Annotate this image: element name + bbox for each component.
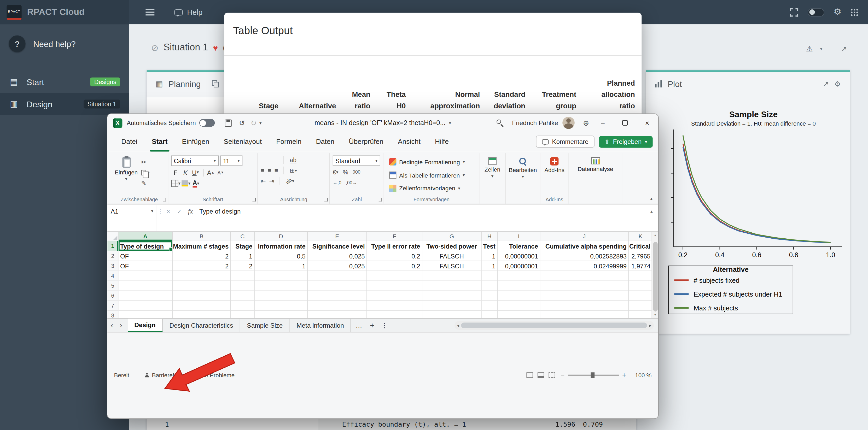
fill-color-button[interactable]: ▾	[182, 179, 190, 188]
cell-K7[interactable]	[629, 301, 653, 311]
align-center-button[interactable]: ≡	[268, 166, 271, 175]
cell-K8[interactable]	[629, 311, 653, 318]
autosave-toggle[interactable]	[199, 119, 214, 127]
cell-A5[interactable]	[119, 281, 173, 291]
window-maximize-button[interactable]	[614, 114, 636, 132]
plot-expand-icon[interactable]: ↗	[823, 79, 829, 88]
collapse-ribbon-button[interactable]: ▴	[650, 196, 653, 201]
cell-A8[interactable]	[119, 311, 173, 318]
dialog-launcher-icon[interactable]	[379, 198, 382, 202]
brand[interactable]: RPACT RPACT Cloud	[0, 0, 129, 24]
cell-K1[interactable]: Critical	[629, 241, 653, 251]
decrease-decimal-button[interactable]: ,00→	[346, 178, 357, 187]
ribbon-tab-seitenlayout[interactable]: Seitenlayout	[217, 132, 269, 152]
cell-I7[interactable]	[498, 301, 540, 311]
cell-C7[interactable]	[231, 301, 255, 311]
cell-F2[interactable]: 0,2	[367, 251, 423, 261]
column-header-F[interactable]: F	[367, 232, 423, 241]
cell-H4[interactable]	[482, 271, 498, 281]
cell-B5[interactable]	[173, 281, 231, 291]
cell-J1[interactable]: Cumulative alpha spending	[540, 241, 629, 251]
ribbon-tab-formeln[interactable]: Formeln	[269, 132, 309, 152]
cell-F7[interactable]	[367, 301, 423, 311]
row-header-3[interactable]: 3	[107, 261, 118, 271]
cell-J4[interactable]	[540, 271, 629, 281]
italic-button[interactable]: K	[181, 168, 190, 177]
cell-E5[interactable]	[308, 281, 367, 291]
cell-E8[interactable]	[308, 311, 367, 318]
plot-settings-icon[interactable]: ⚙	[835, 79, 841, 88]
share-button[interactable]: ⇧ Freigeben ▾	[599, 136, 653, 147]
copy-icon[interactable]	[212, 80, 219, 87]
cell-C6[interactable]	[231, 291, 255, 301]
ribbon-tab-datei[interactable]: Datei	[114, 132, 145, 152]
insert-function-icon[interactable]: fx	[185, 205, 196, 218]
vertical-scrollbar[interactable]: ▴ ▾	[651, 232, 658, 318]
column-header-I[interactable]: I	[498, 232, 540, 241]
cell-J6[interactable]	[540, 291, 629, 301]
cell-D1[interactable]: Information rate	[255, 241, 308, 251]
cell-J3[interactable]: 0,02499999	[540, 261, 629, 271]
cell-B8[interactable]	[173, 311, 231, 318]
cell-K5[interactable]	[629, 281, 653, 291]
sheet-tab-design[interactable]: Design	[128, 319, 163, 332]
copy-button[interactable]: ▾	[141, 169, 149, 176]
cell-C8[interactable]	[231, 311, 255, 318]
formula-bar-collapse-icon[interactable]: ▴	[645, 205, 658, 218]
document-title[interactable]: means - IN design 'OF' kMax=2 thetaH0=0.…	[314, 114, 451, 132]
cell-A4[interactable]	[119, 271, 173, 281]
zoom-slider[interactable]	[568, 375, 619, 376]
scroll-down-icon[interactable]: ▾	[654, 311, 656, 318]
row-header-7[interactable]: 7	[107, 301, 118, 311]
cell-E6[interactable]	[308, 291, 367, 301]
align-top-button[interactable]: ≡	[261, 156, 265, 164]
expand-icon[interactable]: ↗	[841, 45, 847, 53]
cell-D8[interactable]	[255, 311, 308, 318]
favorite-heart-icon[interactable]: ♥	[213, 43, 218, 52]
page-layout-view-icon[interactable]	[537, 372, 544, 378]
cells-button[interactable]: Zellen ▾	[482, 156, 502, 179]
sidebar-item-start[interactable]: ▤ Start Designs	[0, 71, 129, 93]
cell-J8[interactable]	[540, 311, 629, 318]
cell-B6[interactable]	[173, 291, 231, 301]
cell-F1[interactable]: Type II error rate	[367, 241, 423, 251]
cell-C3[interactable]: 2	[231, 261, 255, 271]
sheet-menu-icon[interactable]: ⋮	[381, 321, 388, 329]
help-button[interactable]: Help	[175, 8, 203, 16]
search-icon[interactable]	[493, 114, 507, 132]
ribbon-tab-daten[interactable]: Daten	[309, 132, 342, 152]
apps-grid-icon[interactable]	[851, 9, 858, 16]
cell-E3[interactable]: 0,025	[308, 261, 367, 271]
cell-G4[interactable]	[423, 271, 482, 281]
cell-K3[interactable]: 1,9774	[629, 261, 653, 271]
borders-button[interactable]: ▾	[171, 179, 181, 188]
format-as-table-button[interactable]: Als Tabelle formatieren ▾	[387, 169, 476, 182]
cell-E7[interactable]	[308, 301, 367, 311]
settings-gear-icon[interactable]: ⚙	[834, 8, 841, 17]
cell-B3[interactable]: 2	[173, 261, 231, 271]
cell-K4[interactable]	[629, 271, 653, 281]
cell-E1[interactable]: Significance level	[308, 241, 367, 251]
cell-D3[interactable]: 1	[255, 261, 308, 271]
scroll-up-icon[interactable]: ▴	[654, 232, 656, 238]
cell-G7[interactable]	[423, 301, 482, 311]
cell-I4[interactable]	[498, 271, 540, 281]
ribbon-tab-überprüfen[interactable]: Überprüfen	[342, 132, 391, 152]
cell-G6[interactable]	[423, 291, 482, 301]
sheet-prev-icon[interactable]: ‹	[111, 321, 113, 329]
sheet-tab-meta-information[interactable]: Meta information	[290, 319, 351, 332]
cell-A3[interactable]: OF	[119, 261, 173, 271]
ribbon-tab-start[interactable]: Start	[145, 132, 175, 152]
column-header-H[interactable]: H	[482, 232, 498, 241]
column-header-G[interactable]: G	[423, 232, 482, 241]
zoom-in-button[interactable]: +	[622, 371, 626, 379]
page-break-view-icon[interactable]	[549, 372, 555, 378]
cell-H3[interactable]: 1	[482, 261, 498, 271]
menu-icon[interactable]	[146, 9, 154, 15]
cell-G3[interactable]: FALSCH	[423, 261, 482, 271]
scrollbar-thumb[interactable]	[653, 242, 657, 311]
cell-B7[interactable]	[173, 301, 231, 311]
cell-D7[interactable]	[255, 301, 308, 311]
comments-button[interactable]: Kommentare	[536, 135, 594, 148]
user-name[interactable]: Friedrich Pahlke	[512, 120, 558, 126]
